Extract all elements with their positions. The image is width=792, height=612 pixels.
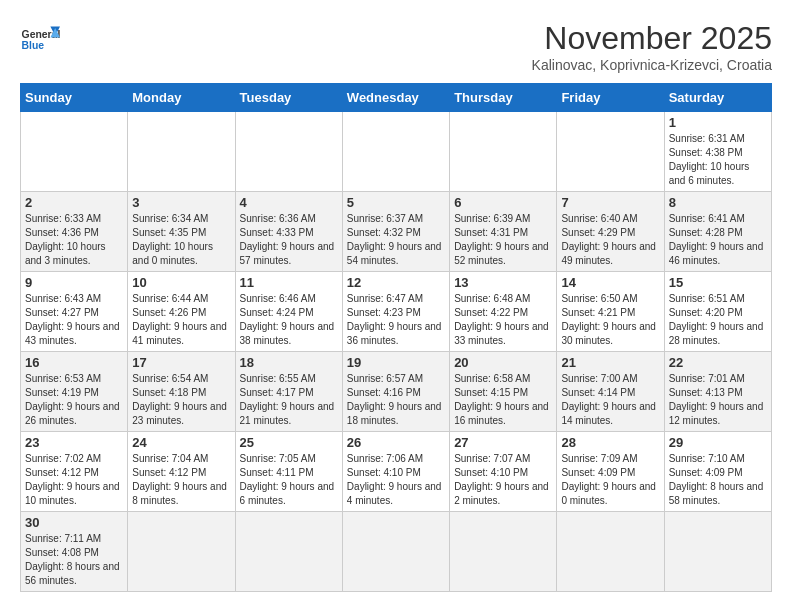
calendar-cell: 12 Sunrise: 6:47 AM Sunset: 4:23 PM Dayl… <box>342 272 449 352</box>
day-info: Sunrise: 7:09 AM Sunset: 4:09 PM Dayligh… <box>561 452 659 508</box>
day-info: Sunrise: 6:37 AM Sunset: 4:32 PM Dayligh… <box>347 212 445 268</box>
location-subtitle: Kalinovac, Koprivnica-Krizevci, Croatia <box>532 57 772 73</box>
day-number: 13 <box>454 275 552 290</box>
day-info: Sunrise: 6:46 AM Sunset: 4:24 PM Dayligh… <box>240 292 338 348</box>
day-number: 29 <box>669 435 767 450</box>
day-number: 21 <box>561 355 659 370</box>
day-info: Sunrise: 6:44 AM Sunset: 4:26 PM Dayligh… <box>132 292 230 348</box>
calendar-cell: 19 Sunrise: 6:57 AM Sunset: 4:16 PM Dayl… <box>342 352 449 432</box>
calendar-cell <box>557 512 664 592</box>
calendar-cell: 2 Sunrise: 6:33 AM Sunset: 4:36 PM Dayli… <box>21 192 128 272</box>
day-number: 15 <box>669 275 767 290</box>
day-info: Sunrise: 7:01 AM Sunset: 4:13 PM Dayligh… <box>669 372 767 428</box>
day-number: 14 <box>561 275 659 290</box>
calendar-cell <box>128 112 235 192</box>
calendar-cell <box>664 512 771 592</box>
calendar-cell: 3 Sunrise: 6:34 AM Sunset: 4:35 PM Dayli… <box>128 192 235 272</box>
calendar-cell: 15 Sunrise: 6:51 AM Sunset: 4:20 PM Dayl… <box>664 272 771 352</box>
weekday-header-row: SundayMondayTuesdayWednesdayThursdayFrid… <box>21 84 772 112</box>
calendar-week-row: 9 Sunrise: 6:43 AM Sunset: 4:27 PM Dayli… <box>21 272 772 352</box>
day-number: 22 <box>669 355 767 370</box>
calendar-cell: 5 Sunrise: 6:37 AM Sunset: 4:32 PM Dayli… <box>342 192 449 272</box>
day-number: 25 <box>240 435 338 450</box>
day-number: 12 <box>347 275 445 290</box>
day-number: 10 <box>132 275 230 290</box>
calendar-cell: 7 Sunrise: 6:40 AM Sunset: 4:29 PM Dayli… <box>557 192 664 272</box>
calendar-week-row: 1 Sunrise: 6:31 AM Sunset: 4:38 PM Dayli… <box>21 112 772 192</box>
calendar-cell: 17 Sunrise: 6:54 AM Sunset: 4:18 PM Dayl… <box>128 352 235 432</box>
calendar-cell: 30 Sunrise: 7:11 AM Sunset: 4:08 PM Dayl… <box>21 512 128 592</box>
calendar-cell <box>450 512 557 592</box>
weekday-header-monday: Monday <box>128 84 235 112</box>
calendar-cell <box>342 112 449 192</box>
calendar-cell: 25 Sunrise: 7:05 AM Sunset: 4:11 PM Dayl… <box>235 432 342 512</box>
calendar-cell <box>235 112 342 192</box>
day-info: Sunrise: 6:36 AM Sunset: 4:33 PM Dayligh… <box>240 212 338 268</box>
calendar-cell: 24 Sunrise: 7:04 AM Sunset: 4:12 PM Dayl… <box>128 432 235 512</box>
day-info: Sunrise: 6:54 AM Sunset: 4:18 PM Dayligh… <box>132 372 230 428</box>
day-number: 26 <box>347 435 445 450</box>
day-info: Sunrise: 6:40 AM Sunset: 4:29 PM Dayligh… <box>561 212 659 268</box>
day-number: 1 <box>669 115 767 130</box>
calendar-cell <box>450 112 557 192</box>
day-info: Sunrise: 7:02 AM Sunset: 4:12 PM Dayligh… <box>25 452 123 508</box>
day-info: Sunrise: 6:50 AM Sunset: 4:21 PM Dayligh… <box>561 292 659 348</box>
day-info: Sunrise: 7:11 AM Sunset: 4:08 PM Dayligh… <box>25 532 123 588</box>
calendar-cell: 9 Sunrise: 6:43 AM Sunset: 4:27 PM Dayli… <box>21 272 128 352</box>
calendar-cell: 10 Sunrise: 6:44 AM Sunset: 4:26 PM Dayl… <box>128 272 235 352</box>
day-info: Sunrise: 6:43 AM Sunset: 4:27 PM Dayligh… <box>25 292 123 348</box>
day-number: 28 <box>561 435 659 450</box>
day-info: Sunrise: 6:34 AM Sunset: 4:35 PM Dayligh… <box>132 212 230 268</box>
day-info: Sunrise: 6:51 AM Sunset: 4:20 PM Dayligh… <box>669 292 767 348</box>
day-number: 4 <box>240 195 338 210</box>
day-number: 16 <box>25 355 123 370</box>
calendar-cell: 18 Sunrise: 6:55 AM Sunset: 4:17 PM Dayl… <box>235 352 342 432</box>
day-number: 18 <box>240 355 338 370</box>
day-info: Sunrise: 6:53 AM Sunset: 4:19 PM Dayligh… <box>25 372 123 428</box>
day-info: Sunrise: 6:33 AM Sunset: 4:36 PM Dayligh… <box>25 212 123 268</box>
day-info: Sunrise: 7:07 AM Sunset: 4:10 PM Dayligh… <box>454 452 552 508</box>
calendar-cell: 6 Sunrise: 6:39 AM Sunset: 4:31 PM Dayli… <box>450 192 557 272</box>
svg-text:Blue: Blue <box>22 40 45 51</box>
calendar-cell: 11 Sunrise: 6:46 AM Sunset: 4:24 PM Dayl… <box>235 272 342 352</box>
calendar-week-row: 30 Sunrise: 7:11 AM Sunset: 4:08 PM Dayl… <box>21 512 772 592</box>
logo-icon: General Blue <box>20 20 60 60</box>
calendar-week-row: 16 Sunrise: 6:53 AM Sunset: 4:19 PM Dayl… <box>21 352 772 432</box>
calendar-week-row: 23 Sunrise: 7:02 AM Sunset: 4:12 PM Dayl… <box>21 432 772 512</box>
logo: General Blue <box>20 20 60 60</box>
day-info: Sunrise: 6:41 AM Sunset: 4:28 PM Dayligh… <box>669 212 767 268</box>
calendar-cell: 21 Sunrise: 7:00 AM Sunset: 4:14 PM Dayl… <box>557 352 664 432</box>
calendar-cell <box>21 112 128 192</box>
weekday-header-friday: Friday <box>557 84 664 112</box>
day-number: 7 <box>561 195 659 210</box>
day-info: Sunrise: 7:05 AM Sunset: 4:11 PM Dayligh… <box>240 452 338 508</box>
day-info: Sunrise: 7:06 AM Sunset: 4:10 PM Dayligh… <box>347 452 445 508</box>
weekday-header-saturday: Saturday <box>664 84 771 112</box>
calendar-cell <box>235 512 342 592</box>
page-header: General Blue November 2025 Kalinovac, Ko… <box>20 20 772 73</box>
day-number: 20 <box>454 355 552 370</box>
day-number: 17 <box>132 355 230 370</box>
day-info: Sunrise: 7:00 AM Sunset: 4:14 PM Dayligh… <box>561 372 659 428</box>
calendar-cell: 23 Sunrise: 7:02 AM Sunset: 4:12 PM Dayl… <box>21 432 128 512</box>
title-block: November 2025 Kalinovac, Koprivnica-Kriz… <box>532 20 772 73</box>
calendar-table: SundayMondayTuesdayWednesdayThursdayFrid… <box>20 83 772 592</box>
weekday-header-sunday: Sunday <box>21 84 128 112</box>
calendar-cell: 27 Sunrise: 7:07 AM Sunset: 4:10 PM Dayl… <box>450 432 557 512</box>
calendar-cell: 13 Sunrise: 6:48 AM Sunset: 4:22 PM Dayl… <box>450 272 557 352</box>
calendar-cell: 29 Sunrise: 7:10 AM Sunset: 4:09 PM Dayl… <box>664 432 771 512</box>
calendar-cell: 16 Sunrise: 6:53 AM Sunset: 4:19 PM Dayl… <box>21 352 128 432</box>
day-info: Sunrise: 6:48 AM Sunset: 4:22 PM Dayligh… <box>454 292 552 348</box>
day-info: Sunrise: 6:47 AM Sunset: 4:23 PM Dayligh… <box>347 292 445 348</box>
day-number: 9 <box>25 275 123 290</box>
weekday-header-tuesday: Tuesday <box>235 84 342 112</box>
day-number: 5 <box>347 195 445 210</box>
calendar-cell: 22 Sunrise: 7:01 AM Sunset: 4:13 PM Dayl… <box>664 352 771 432</box>
calendar-week-row: 2 Sunrise: 6:33 AM Sunset: 4:36 PM Dayli… <box>21 192 772 272</box>
calendar-cell: 28 Sunrise: 7:09 AM Sunset: 4:09 PM Dayl… <box>557 432 664 512</box>
calendar-cell: 26 Sunrise: 7:06 AM Sunset: 4:10 PM Dayl… <box>342 432 449 512</box>
calendar-cell: 8 Sunrise: 6:41 AM Sunset: 4:28 PM Dayli… <box>664 192 771 272</box>
calendar-cell: 1 Sunrise: 6:31 AM Sunset: 4:38 PM Dayli… <box>664 112 771 192</box>
calendar-cell <box>557 112 664 192</box>
calendar-cell <box>128 512 235 592</box>
